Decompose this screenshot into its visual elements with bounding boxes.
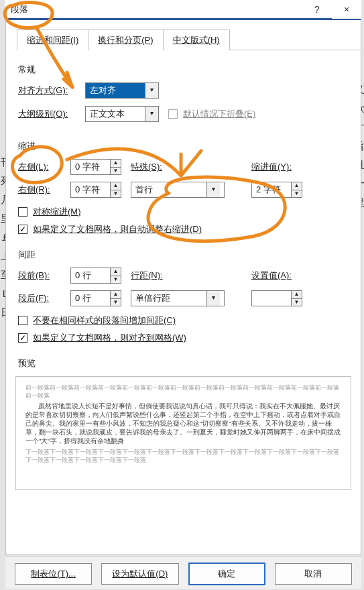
alignment-label: 对齐方式(G): (18, 84, 85, 97)
section-indentation: 缩进 (18, 140, 349, 152)
indent-left-label: 左侧(L): (18, 161, 66, 173)
paragraph-dialog: 缩进和间距(I) 换行和分页(P) 中文版式(H) 常规 对齐方式(G): 左对… (5, 19, 361, 555)
indent-right-spin[interactable]: 0 字符▲▼ (70, 182, 121, 198)
dialog-button-bar: 制表位(T)... 设为默认值(D) 确定 取消 (5, 556, 361, 589)
indent-by-spin[interactable]: 2 字符▲▼ (251, 182, 302, 198)
chevron-down-icon[interactable]: ▾ (206, 182, 220, 197)
tab-line-page-breaks[interactable]: 换行和分页(P) (88, 30, 163, 50)
line-spacing-label: 行距(N): (131, 270, 163, 282)
dialog-title: 段落 (5, 3, 28, 15)
indent-by-label: 缩进值(Y): (251, 161, 292, 173)
section-spacing: 间距 (18, 249, 349, 261)
preview-box: 前一段落前一段落前一段落前一段落前一段落前一段落前一段落前一段落前一段落前一段落… (15, 376, 351, 490)
mirror-indents-checkbox[interactable]: 对称缩进(M) (18, 206, 81, 218)
tabs-button[interactable]: 制表位(T)... (15, 563, 92, 585)
ok-button[interactable]: 确定 (188, 563, 265, 585)
section-general: 常规 (18, 64, 349, 76)
space-before-spin[interactable]: 0 行▲▼ (70, 268, 121, 284)
space-before-label: 段前(B): (18, 270, 66, 282)
special-indent-combo[interactable]: 首行▾ (131, 182, 225, 198)
outline-level-combo[interactable]: 正文文本▾ (85, 106, 159, 122)
space-after-spin[interactable]: 0 行▲▼ (70, 290, 121, 306)
indent-right-label: 右侧(R): (18, 184, 66, 196)
collapse-by-default-checkbox: 默认情况下折叠(E) (168, 108, 255, 120)
alignment-combo[interactable]: 左对齐▾ (85, 82, 159, 99)
special-indent-label: 特殊(S): (131, 161, 162, 173)
section-preview: 预览 (18, 357, 349, 369)
help-button[interactable]: ? (302, 0, 332, 19)
outline-level-label: 大纲级别(O): (18, 108, 85, 120)
close-button[interactable]: × (332, 0, 361, 19)
snap-to-grid-checkbox[interactable]: 如果定义了文档网格，则对齐到网格(W) (18, 332, 186, 344)
set-default-button[interactable]: 设为默认值(D) (101, 563, 178, 585)
title-bar: 段落 ? × (5, 0, 361, 19)
tab-asian-typography[interactable]: 中文版式(H) (163, 30, 230, 50)
no-space-same-style-checkbox[interactable]: 不要在相同样式的段落间增加间距(C) (18, 314, 176, 327)
auto-adjust-right-indent-checkbox[interactable]: 如果定义了文档网格，则自动调整右缩进(D) (18, 223, 202, 235)
spacing-at-label: 设置值(A): (251, 270, 292, 282)
chevron-down-icon[interactable]: ▾ (145, 83, 158, 98)
chevron-down-icon[interactable]: ▾ (206, 291, 220, 306)
indent-left-spin[interactable]: 0 字符▲▼ (70, 159, 121, 175)
tab-indent-spacing[interactable]: 缩进和间距(I) (17, 30, 88, 50)
line-spacing-combo[interactable]: 单倍行距▾ (131, 290, 225, 306)
chevron-down-icon[interactable]: ▾ (145, 107, 158, 121)
spacing-at-spin[interactable]: ▲▼ (251, 290, 302, 306)
space-after-label: 段后(F): (18, 292, 66, 304)
cancel-button[interactable]: 取消 (275, 563, 352, 585)
